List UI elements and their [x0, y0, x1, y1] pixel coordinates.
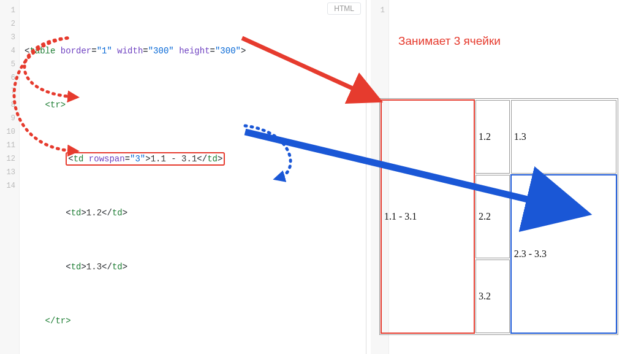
- table-cell: 1.2: [475, 100, 510, 174]
- code-line: <tr>: [25, 98, 246, 112]
- gutter-line: 10: [0, 125, 15, 139]
- gutter-line: 2: [0, 17, 15, 31]
- highlight-red-box: <td rowspan="3">1.1 - 3.1</td>: [66, 152, 225, 166]
- gutter-line: 3: [0, 31, 15, 44]
- table-row: 1.1 - 3.1 1.2 1.3: [381, 100, 616, 174]
- table-cell: 1.3: [511, 100, 616, 174]
- gutter-line: 1: [0, 4, 15, 17]
- gutter-line: 11: [0, 139, 15, 152]
- table-cell: 3.2: [475, 260, 510, 333]
- gutter-line: 7: [0, 85, 15, 98]
- render-area: 1.1 - 3.1 1.2 1.3 2.2 2.3 - 3.3 3.2: [379, 98, 618, 335]
- gutter-line: 8: [0, 98, 15, 112]
- gutter-line: 9: [0, 112, 15, 125]
- code-line: <td>1.2</td>: [25, 206, 246, 220]
- gutter-line: 6: [0, 71, 15, 85]
- code-line: <td rowspan="3">1.1 - 3.1</td>: [25, 152, 246, 166]
- code-line: <table border="1" width="300" height="30…: [25, 44, 246, 58]
- gutter-line: 13: [0, 166, 15, 179]
- editor-gutter: 1 2 3 4 5 6 7 8 9 10 11 12 13 14: [0, 0, 20, 354]
- table-cell-rowspan2: 2.3 - 3.3: [511, 175, 616, 333]
- code-line: </tr>: [25, 314, 246, 328]
- code-editor-pane: HTML 1 2 3 4 5 6 7 8 9 10 11 12 13 14 <t…: [0, 0, 366, 354]
- language-badge: HTML: [327, 2, 361, 15]
- gutter-line: 4: [0, 44, 15, 58]
- gutter-line: 5: [0, 58, 15, 71]
- gutter-line: 14: [0, 179, 15, 193]
- annotation-spans-3-cells: Занимает 3 ячейки: [398, 34, 501, 48]
- table-cell-rowspan3: 1.1 - 3.1: [381, 100, 474, 333]
- rendered-table: 1.1 - 3.1 1.2 1.3 2.2 2.3 - 3.3 3.2: [379, 98, 618, 335]
- table-cell: 2.2: [475, 175, 510, 258]
- output-pane: 1 1.1 - 3.1 1.2 1.3 2.2 2.3 - 3.3 3.2: [371, 0, 644, 354]
- gutter-line: 12: [0, 152, 15, 166]
- code-area[interactable]: <table border="1" width="300" height="30…: [20, 0, 246, 354]
- code-line: <td>1.3</td>: [25, 260, 246, 274]
- gutter-line: 1: [371, 4, 385, 17]
